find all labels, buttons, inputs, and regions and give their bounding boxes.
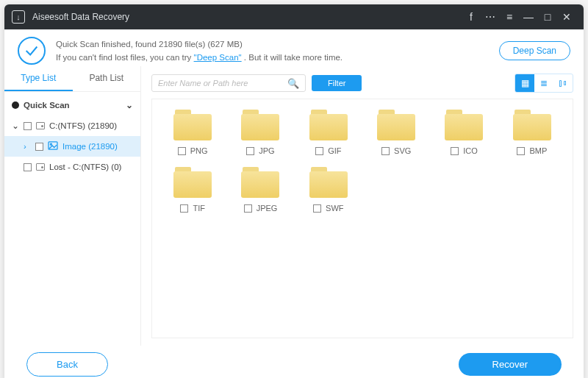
checkbox[interactable] [24,163,32,171]
scan-status-bar: Quick Scan finished, found 21890 file(s)… [4,29,584,66]
deep-scan-link[interactable]: "Deep Scan" [194,53,242,62]
folder-item[interactable]: PNG [161,108,224,155]
tree-node-label: Lost - C:(NTFS) (0) [49,163,121,171]
folder-item[interactable]: ICO [432,108,495,155]
tree-node-lost-drive[interactable]: Lost - C:(NTFS) (0) [4,157,140,177]
menu-icon[interactable]: ≡ [500,11,519,23]
scan-tip-prefix: If you can't find lost files, you can tr… [56,53,194,62]
drive-icon [36,122,45,129]
checkbox[interactable] [313,204,321,213]
chevron-right-icon[interactable]: › [24,142,31,151]
checkbox[interactable] [451,147,459,155]
checkbox[interactable] [246,147,254,155]
view-grid-button[interactable]: ▦ [515,74,534,92]
folder-item[interactable]: TIF [161,165,224,213]
maximize-button[interactable]: □ [538,11,557,23]
folder-icon [172,165,213,199]
folder-item[interactable]: JPG [229,108,292,155]
folder-icon [172,108,213,142]
tree-node-drive-c[interactable]: ⌄ C:(NTFS) (21890) [4,115,140,136]
tab-type-list[interactable]: Type List [4,66,73,91]
folder-icon [512,108,553,142]
drive-icon [36,163,45,171]
folder-label: ICO [463,146,478,155]
content-pane: 🔍 Filter ▦ ≣ ⫿▯ PNGJPGGIFSVGICOBMPTIFJPE… [141,66,584,346]
titlebar: ↓ Aiseesoft Data Recovery f ⋯ ≡ — □ ✕ [4,4,584,29]
app-window: ↓ Aiseesoft Data Recovery f ⋯ ≡ — □ ✕ Qu… [4,4,584,378]
folder-item[interactable]: GIF [297,108,360,155]
view-toggle: ▦ ≣ ⫿▯ [514,74,573,93]
tree-node-label: Image (21890) [62,142,118,151]
search-box[interactable]: 🔍 [151,74,306,92]
folder-label: SVG [394,146,411,155]
image-icon [48,141,58,151]
checkbox[interactable] [244,204,252,213]
scan-status-text: Quick Scan finished, found 21890 file(s)… [56,38,343,51]
tree-section-quick-scan[interactable]: Quick Scan ⌄ [4,95,140,115]
folder-icon [308,108,349,142]
folder-icon [240,108,281,142]
search-icon[interactable]: 🔍 [287,78,299,89]
checkbox[interactable] [180,204,188,213]
close-button[interactable]: ✕ [557,11,576,23]
recover-button[interactable]: Recover [459,353,562,376]
filter-button[interactable]: Filter [312,75,362,91]
scan-messages: Quick Scan finished, found 21890 file(s)… [56,38,343,65]
folder-item[interactable]: SWF [297,165,360,213]
svg-point-1 [50,143,51,145]
checkbox[interactable] [178,147,186,155]
folder-icon [443,108,484,142]
footer: Back Recover [4,346,584,378]
view-detail-button[interactable]: ⫿▯ [553,74,573,92]
folder-icon [240,165,281,199]
folder-icon [308,165,349,199]
folder-item[interactable]: SVG [365,108,428,155]
folder-label: JPG [259,146,274,155]
chevron-down-icon[interactable]: ⌄ [126,100,133,110]
folder-label: BMP [529,146,547,155]
tree-node-label: C:(NTFS) (21890) [49,121,117,130]
folder-label: JPEG [257,204,278,213]
checkbox[interactable] [517,147,525,155]
tab-path-list[interactable]: Path List [73,66,141,91]
folder-label: SWF [326,204,343,213]
folder-item[interactable]: JPEG [229,165,292,213]
deep-scan-button[interactable]: Deep Scan [499,41,570,60]
app-title: Aiseesoft Data Recovery [32,12,129,22]
checkbox[interactable] [24,122,32,130]
tree-node-image[interactable]: › Image (21890) [4,136,140,157]
folder-grid: PNGJPGGIFSVGICOBMPTIFJPEGSWF [161,108,564,213]
folder-label: GIF [328,146,341,155]
checkbox[interactable] [315,147,323,155]
tree-section-label: Quick Scan [24,101,70,110]
results-panel: PNGJPGGIFSVGICOBMPTIFJPEGSWF [151,99,573,338]
view-list-button[interactable]: ≣ [534,74,553,92]
chevron-down-icon[interactable]: ⌄ [12,121,19,131]
app-logo-icon: ↓ [12,10,25,24]
folder-icon [376,108,417,142]
folder-label: TIF [193,204,205,213]
feedback-icon[interactable]: ⋯ [481,11,500,23]
back-button[interactable]: Back [26,352,108,377]
minimize-button[interactable]: — [519,11,538,23]
bullet-icon [12,101,19,109]
facebook-icon[interactable]: f [462,11,481,23]
checkbox[interactable] [35,143,43,151]
sidebar: Type List Path List Quick Scan ⌄ ⌄ C:(NT… [4,66,141,346]
scan-tip-suffix: . But it will take more time. [244,53,343,62]
content-toolbar: 🔍 Filter ▦ ≣ ⫿▯ [151,74,573,93]
main-body: Type List Path List Quick Scan ⌄ ⌄ C:(NT… [4,66,584,346]
search-input[interactable] [158,79,283,88]
tree: Quick Scan ⌄ ⌄ C:(NTFS) (21890) › I [4,92,140,177]
checkmark-icon [18,37,46,65]
folder-label: PNG [190,146,208,155]
folder-item[interactable]: BMP [501,108,564,155]
sidebar-tabs: Type List Path List [4,66,140,92]
checkbox[interactable] [381,147,390,155]
